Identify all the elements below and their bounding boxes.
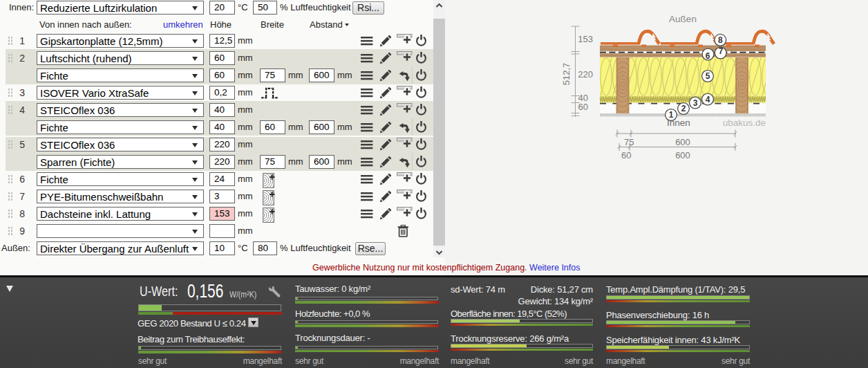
svg-text:512,7: 512,7 — [561, 63, 572, 86]
svg-text:7: 7 — [719, 46, 724, 56]
svg-text:5: 5 — [706, 71, 710, 81]
svg-text:60: 60 — [578, 102, 588, 112]
svg-text:4: 4 — [706, 95, 710, 104]
svg-text:1: 1 — [669, 110, 674, 120]
svg-text:Außen: Außen — [669, 14, 697, 24]
svg-text:75: 75 — [624, 137, 634, 147]
svg-text:220: 220 — [578, 69, 593, 80]
svg-text:600: 600 — [675, 137, 690, 147]
svg-text:2: 2 — [681, 104, 686, 113]
svg-text:600: 600 — [675, 150, 690, 160]
svg-text:8: 8 — [718, 35, 723, 45]
svg-text:60: 60 — [621, 150, 631, 160]
svg-text:153: 153 — [578, 34, 593, 44]
svg-text:6: 6 — [706, 51, 710, 61]
svg-text:3: 3 — [693, 98, 698, 108]
svg-text:ubakus.de: ubakus.de — [723, 118, 766, 128]
